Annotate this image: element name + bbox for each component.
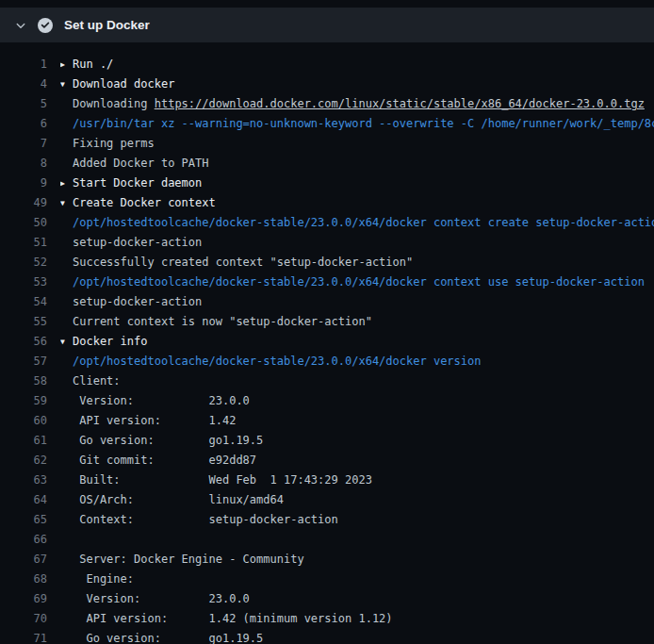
line-number[interactable]: 63 [0, 471, 47, 490]
line-number[interactable]: 5 [0, 94, 47, 114]
line-number[interactable]: 52 [0, 253, 47, 272]
log-line: 66 [0, 530, 654, 550]
log-text: Built: Wed Feb 1 17:43:29 2023 [73, 473, 372, 487]
log-group-line[interactable]: 1▶Run ./ [0, 55, 654, 74]
log-line: 5Downloading https://download.docker.com… [0, 94, 654, 114]
log-text: Context: setup-docker-action [73, 513, 338, 526]
log-line: 53/opt/hostedtoolcache/docker-stable/23.… [0, 272, 654, 292]
group-expanded-icon[interactable]: ▼ [60, 193, 73, 213]
line-number[interactable]: 55 [0, 312, 47, 332]
log-line: 62 Git commit: e92dd87 [0, 451, 654, 471]
log-line: 67 Server: Docker Engine - Community [0, 550, 654, 570]
log-line: 70 API version: 1.42 (minimum version 1.… [0, 609, 654, 629]
log-text: Version: 23.0.0 [73, 592, 250, 605]
line-number[interactable]: 56 [0, 332, 47, 352]
log-group-line[interactable]: 56▼Docker info [0, 332, 654, 352]
group-collapsed-icon[interactable]: ▶ [60, 173, 73, 193]
line-number[interactable]: 1 [0, 55, 47, 74]
log-text: Successfully created context "setup-dock… [73, 256, 413, 269]
line-number[interactable]: 50 [0, 213, 47, 233]
line-content: Server: Docker Engine - Community [60, 550, 654, 570]
line-content: Downloading https://download.docker.com/… [60, 94, 654, 114]
log-text: Current context is now "setup-docker-act… [73, 315, 372, 328]
step-header[interactable]: Set up Docker [0, 8, 654, 42]
line-number[interactable]: 57 [0, 352, 47, 372]
line-number[interactable]: 49 [0, 193, 47, 213]
group-title[interactable]: Docker info [73, 335, 147, 348]
line-number[interactable]: 71 [0, 629, 47, 644]
line-number[interactable]: 61 [0, 431, 47, 451]
line-number[interactable]: 70 [0, 609, 47, 629]
line-content: OS/Arch: linux/amd64 [60, 490, 654, 510]
log-line: 58Client: [0, 372, 654, 391]
log-text: Version: 23.0.0 [73, 394, 250, 407]
group-title[interactable]: Download docker [73, 77, 174, 91]
log-link[interactable]: https://download.docker.com/linux/static… [155, 97, 645, 110]
line-content: Git commit: e92dd87 [60, 451, 654, 471]
group-expanded-icon[interactable]: ▼ [60, 74, 73, 94]
line-number[interactable]: 51 [0, 233, 47, 253]
log-line: 8Added Docker to PATH [0, 154, 654, 173]
line-number[interactable]: 65 [0, 510, 47, 530]
line-number[interactable]: 53 [0, 272, 47, 292]
log-container: 1▶Run ./4▼Download docker5Downloading ht… [0, 42, 654, 644]
line-number[interactable]: 54 [0, 292, 47, 312]
line-number[interactable]: 6 [0, 114, 47, 134]
log-text: API version: 1.42 [73, 414, 236, 427]
line-content: API version: 1.42 [60, 411, 654, 431]
group-title[interactable]: Create Docker context [73, 196, 216, 209]
log-line: 60 API version: 1.42 [0, 411, 654, 431]
log-line: 59 Version: 23.0.0 [0, 391, 654, 411]
line-number[interactable]: 9 [0, 173, 47, 193]
group-collapsed-icon[interactable]: ▶ [60, 55, 73, 74]
command-text: /usr/bin/tar xz --warning=no-unknown-key… [73, 117, 654, 130]
log-text: Client: [73, 374, 121, 388]
line-number[interactable]: 4 [0, 74, 47, 94]
line-number[interactable]: 64 [0, 490, 47, 510]
log-group-line[interactable]: 49▼Create Docker context [0, 193, 654, 213]
log-text: Engine: [73, 572, 134, 586]
line-content: /opt/hostedtoolcache/docker-stable/23.0.… [60, 272, 654, 292]
group-title[interactable]: Start Docker daemon [73, 176, 202, 190]
line-content: /opt/hostedtoolcache/docker-stable/23.0.… [60, 352, 654, 372]
line-content: Version: 23.0.0 [60, 589, 654, 609]
log-group-line[interactable]: 4▼Download docker [0, 74, 654, 94]
log-text: Git commit: e92dd87 [73, 454, 256, 467]
chevron-down-icon[interactable] [15, 20, 26, 31]
line-content: Go version: go1.19.5 [60, 629, 654, 644]
line-number[interactable]: 59 [0, 391, 47, 411]
log-group-line[interactable]: 9▶Start Docker daemon [0, 173, 654, 193]
group-title[interactable]: Run ./ [73, 58, 113, 71]
line-number[interactable]: 58 [0, 372, 47, 391]
success-check-icon [38, 18, 53, 33]
log-line: 6/usr/bin/tar xz --warning=no-unknown-ke… [0, 114, 654, 134]
log-line: 7Fixing perms [0, 134, 654, 154]
line-content: setup-docker-action [60, 233, 654, 253]
line-content: ▶Run ./ [60, 55, 654, 74]
line-content: ▼Download docker [60, 74, 654, 94]
line-content: Current context is now "setup-docker-act… [60, 312, 654, 332]
log-line: 63 Built: Wed Feb 1 17:43:29 2023 [0, 471, 654, 490]
command-text: /opt/hostedtoolcache/docker-stable/23.0.… [73, 355, 481, 368]
line-number[interactable]: 7 [0, 134, 47, 154]
line-number[interactable]: 67 [0, 550, 47, 570]
log-line: 68 Engine: [0, 570, 654, 589]
log-line: 64 OS/Arch: linux/amd64 [0, 490, 654, 510]
line-content: /opt/hostedtoolcache/docker-stable/23.0.… [60, 213, 654, 233]
line-number[interactable]: 8 [0, 154, 47, 173]
line-content: ▶Start Docker daemon [60, 173, 654, 193]
line-number[interactable]: 69 [0, 589, 47, 609]
group-expanded-icon[interactable]: ▼ [60, 332, 73, 352]
line-content: ▼Create Docker context [60, 193, 654, 213]
line-content: Built: Wed Feb 1 17:43:29 2023 [60, 471, 654, 490]
line-number[interactable]: 60 [0, 411, 47, 431]
line-number[interactable]: 62 [0, 451, 47, 471]
log-line: 51setup-docker-action [0, 233, 654, 253]
line-number[interactable]: 66 [0, 530, 47, 550]
log-text: Downloading [73, 97, 155, 110]
log-text: OS/Arch: linux/amd64 [73, 493, 284, 506]
line-number[interactable]: 68 [0, 570, 47, 589]
log-text: Added Docker to PATH [73, 157, 209, 170]
command-text: /opt/hostedtoolcache/docker-stable/23.0.… [73, 275, 645, 289]
line-content: API version: 1.42 (minimum version 1.12) [60, 609, 654, 629]
